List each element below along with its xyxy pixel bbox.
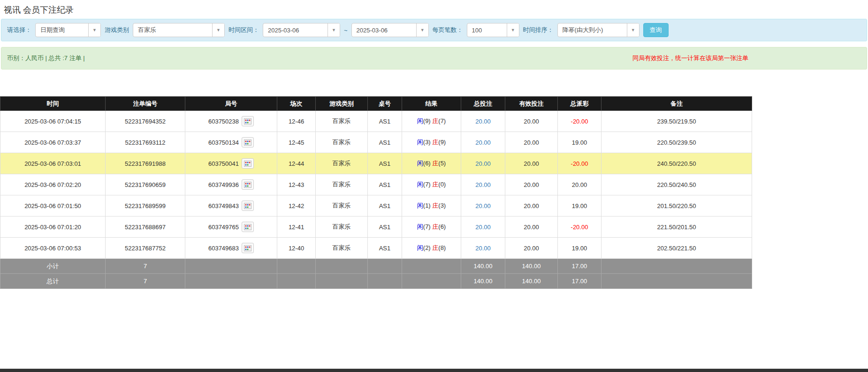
cell-time: 2025-03-06 07:01:50	[0, 195, 106, 217]
chevron-down-icon[interactable]: ▼	[416, 23, 428, 37]
total-valid-bet: 140.00	[505, 274, 558, 289]
cell-time: 2025-03-06 07:01:20	[0, 217, 106, 238]
page-size-dropdown[interactable]: 100 ▼	[467, 23, 519, 37]
subtotal-payout: 17.00	[558, 259, 602, 274]
cell-round: 603750134	[185, 132, 277, 153]
table-row: 2025-03-06 07:02:20 522317690659 6037499…	[0, 174, 752, 195]
valid-bet-note: 同局有效投注，统一计算在该局第一张注单	[632, 54, 748, 62]
game-type-value: 百家乐	[133, 23, 212, 37]
cell-session: 12-46	[277, 111, 316, 132]
result-banker-score: (0)	[438, 181, 446, 188]
cell-game-type: 百家乐	[316, 195, 368, 217]
cell-round: 603750041	[185, 153, 277, 174]
result-player-score: (2)	[423, 244, 431, 251]
roadmap-icon	[244, 203, 251, 209]
result-player-label: 闲	[417, 244, 423, 251]
cell-table-no: AS1	[368, 238, 402, 259]
header-total-bet: 总投注	[461, 97, 505, 111]
cell-table-no: AS1	[368, 174, 402, 195]
cell-note: 202.50/221.50	[602, 238, 752, 259]
round-id: 603750238	[208, 118, 239, 125]
header-valid-bet: 有效投注	[505, 97, 558, 111]
round-result-icon[interactable]	[242, 243, 254, 253]
query-type-value: 日期查询	[36, 23, 88, 37]
cell-result: 闲(7) 庄(6)	[402, 217, 461, 238]
roadmap-icon	[244, 161, 251, 167]
chevron-down-icon[interactable]: ▼	[627, 23, 639, 37]
page-size-value: 100	[467, 23, 507, 37]
bottom-edge-bar	[0, 369, 868, 372]
result-banker-label: 庄	[432, 117, 438, 124]
round-result-icon[interactable]	[242, 137, 254, 147]
query-button[interactable]: 查询	[643, 23, 669, 37]
round-result-icon[interactable]	[242, 222, 254, 232]
cell-game-type: 百家乐	[316, 153, 368, 174]
subtotal-total-bet: 140.00	[461, 259, 505, 274]
result-banker-label: 庄	[432, 202, 438, 209]
cell-time: 2025-03-06 07:04:15	[0, 111, 106, 132]
title-bar: 视讯 会员下注纪录	[0, 0, 868, 19]
cell-payout: -20.00	[558, 217, 602, 238]
total-label: 总计	[0, 274, 106, 289]
chevron-down-icon[interactable]: ▼	[212, 23, 224, 37]
table-body: 2025-03-06 07:04:15 522317694352 6037502…	[0, 111, 752, 259]
total-bet-link[interactable]: 20.00	[475, 245, 491, 252]
cell-note: 201.50/220.50	[602, 195, 752, 217]
sort-dropdown[interactable]: 降幂(由大到小) ▼	[557, 23, 640, 37]
roadmap-icon	[244, 224, 251, 230]
cell-table-no: AS1	[368, 111, 402, 132]
cell-valid-bet: 20.00	[505, 217, 558, 238]
cell-game-type: 百家乐	[316, 132, 368, 153]
round-result-icon[interactable]	[242, 179, 254, 190]
result-banker-score: (7)	[438, 117, 446, 124]
result-player-label: 闲	[417, 160, 423, 167]
cell-session: 12-43	[277, 174, 316, 195]
header-time: 时间	[0, 97, 106, 111]
total-bet-link[interactable]: 20.00	[475, 118, 491, 125]
result-banker-score: (6)	[438, 223, 446, 230]
cell-result: 闲(3) 庄(9)	[402, 132, 461, 153]
roadmap-icon	[244, 140, 251, 146]
cell-game-type: 百家乐	[316, 217, 368, 238]
round-id: 603749765	[208, 224, 239, 231]
cell-note: 220.50/240.50	[602, 174, 752, 195]
round-result-icon[interactable]	[242, 201, 254, 211]
table-row: 2025-03-06 07:03:37 522317693112 6037501…	[0, 132, 752, 153]
total-bet-link[interactable]: 20.00	[475, 224, 491, 231]
chevron-down-icon[interactable]: ▼	[88, 23, 100, 37]
query-type-dropdown[interactable]: 日期查询 ▼	[35, 23, 101, 37]
cell-payout: -20.00	[558, 111, 602, 132]
date-range-tilde: ~	[344, 27, 348, 34]
date-from-picker[interactable]: 2025-03-06 ▼	[263, 23, 340, 37]
header-session: 场次	[277, 97, 316, 111]
cell-game-type: 百家乐	[316, 111, 368, 132]
currency-summary-text: 币别：人民币 | 总共 :7 注单 |	[7, 54, 85, 62]
cell-valid-bet: 20.00	[505, 195, 558, 217]
cell-total-bet: 20.00	[461, 217, 505, 238]
total-bet-link[interactable]: 20.00	[475, 139, 491, 146]
cell-valid-bet: 20.00	[505, 238, 558, 259]
subtotal-row: 小计 7 140.00 140.00 17.00	[0, 259, 752, 274]
cell-bet-id: 522317688697	[106, 217, 185, 238]
total-bet-link[interactable]: 20.00	[475, 160, 491, 167]
cell-round: 603749765	[185, 217, 277, 238]
cell-payout: 19.00	[558, 238, 602, 259]
cell-bet-id: 522317693112	[106, 132, 185, 153]
sort-value: 降幂(由大到小)	[558, 23, 627, 37]
bet-records-table: 时间 注单编号 局号 场次 游戏类别 桌号 结果 总投注 有效投注 总派彩 备注…	[0, 96, 752, 289]
date-to-picker[interactable]: 2025-03-06 ▼	[351, 23, 429, 37]
page-size-label: 每页笔数：	[433, 26, 463, 34]
total-bet-link[interactable]: 20.00	[475, 202, 491, 209]
game-type-dropdown[interactable]: 百家乐 ▼	[133, 23, 225, 37]
total-bet-link[interactable]: 20.00	[475, 181, 491, 188]
total-count: 7	[106, 274, 185, 289]
chevron-down-icon[interactable]: ▼	[507, 23, 519, 37]
subtotal-valid-bet: 140.00	[505, 259, 558, 274]
result-player-score: (9)	[423, 117, 431, 124]
round-result-icon[interactable]	[242, 116, 254, 126]
table-row: 2025-03-06 07:01:20 522317688697 6037497…	[0, 217, 752, 238]
round-result-icon[interactable]	[242, 158, 254, 169]
chevron-down-icon[interactable]: ▼	[327, 23, 340, 37]
cell-table-no: AS1	[368, 217, 402, 238]
cell-game-type: 百家乐	[316, 174, 368, 195]
